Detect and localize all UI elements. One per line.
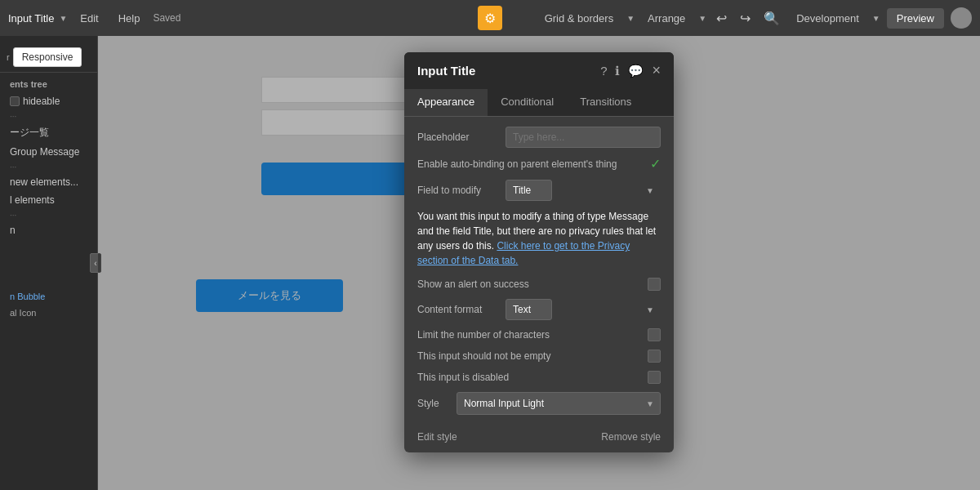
tab-transitions[interactable]: Transitions (567, 89, 644, 116)
auto-binding-check[interactable]: ✓ (650, 156, 661, 172)
top-bar-left: Input Title ▼ (8, 12, 67, 24)
sidebar-element-n[interactable]: n (0, 221, 97, 239)
placeholder-input[interactable] (506, 127, 661, 148)
field-to-modify-select[interactable]: Title (506, 180, 552, 201)
warning-link[interactable]: Click here to get to the Privacy section… (417, 240, 630, 266)
input-title-label: Input Title (8, 12, 54, 24)
modal-header-icons: ? ℹ 💬 × (600, 62, 661, 79)
sidebar-page-list[interactable]: ージ一覧 (0, 122, 97, 143)
sidebar-dots-3: ··· (0, 209, 97, 221)
auto-binding-label: Enable auto-binding on parent element's … (417, 158, 644, 170)
modal-title: Input Title (417, 64, 475, 78)
sidebar-dots-1: ··· (0, 110, 97, 122)
sidebar-hideable[interactable]: hideable (0, 92, 97, 110)
modal-header: Input Title ? ℹ 💬 × (404, 52, 674, 89)
redo-button[interactable]: ↪ (737, 7, 754, 29)
puzzle-icon[interactable]: ⚙ (478, 6, 502, 30)
content-format-row: Content format Text ▼ (417, 299, 661, 320)
limit-chars-checkbox[interactable] (648, 328, 661, 341)
modal-info-icon[interactable]: ℹ (615, 64, 620, 78)
modal-footer: Edit style Remove style (404, 425, 674, 452)
not-empty-row: This input should not be empty (417, 350, 661, 363)
element-n-label: n (10, 225, 16, 236)
sidebar-al-icon[interactable]: al Icon (0, 305, 97, 321)
placeholder-label: Placeholder (417, 131, 499, 143)
field-to-modify-wrapper: Title ▼ (506, 180, 661, 201)
content-format-select[interactable]: Text (506, 299, 552, 320)
arrange-button[interactable]: Arrange (641, 9, 692, 28)
not-empty-checkbox[interactable] (648, 350, 661, 363)
edit-button[interactable]: Edit (74, 9, 105, 28)
sidebar-dots-2: ··· (0, 161, 97, 173)
show-alert-checkbox[interactable] (648, 278, 661, 291)
field-select-arrow: ▼ (646, 186, 654, 195)
top-bar: Input Title ▼ Edit Help Saved ⚙ Grid & b… (0, 0, 980, 36)
modal-dialog: Input Title ? ℹ 💬 × Appearance Condition… (404, 52, 674, 452)
sidebar-group-message[interactable]: Group Message (0, 143, 97, 161)
content-select-arrow: ▼ (646, 305, 654, 314)
dev-dropdown-arrow[interactable]: ▼ (872, 14, 880, 23)
tab-conditional[interactable]: Conditional (488, 89, 567, 116)
style-select[interactable]: Normal Input Light (457, 392, 661, 415)
sidebar-r-label: r (7, 52, 10, 62)
title-dropdown-arrow[interactable]: ▼ (59, 14, 67, 23)
sidebar-l-elements[interactable]: l elements (0, 191, 97, 209)
hideable-label: hideable (23, 96, 60, 107)
disabled-checkbox[interactable] (648, 371, 661, 384)
disabled-row: This input is disabled (417, 371, 661, 384)
main-area: r Responsive ents tree hideable ··· ージ一覧… (0, 36, 980, 490)
page-list-label: ージ一覧 (10, 126, 49, 140)
elements-tree-label: ents tree (0, 73, 97, 92)
grid-borders-button[interactable]: Grid & borders (538, 9, 621, 28)
canvas-area[interactable]: メールを見る メールを見る Input Title ? ℹ 💬 × (98, 36, 980, 490)
edit-style-link[interactable]: Edit style (417, 431, 457, 443)
show-alert-row: Show an alert on success (417, 278, 661, 291)
tab-appearance[interactable]: Appearance (404, 89, 488, 116)
remove-style-link[interactable]: Remove style (601, 431, 661, 443)
style-label: Style (417, 398, 450, 409)
new-elements-label: new elements... (10, 176, 78, 188)
sidebar: r Responsive ents tree hideable ··· ージ一覧… (0, 36, 98, 490)
warning-text: You want this input to modify a thing of… (417, 209, 661, 268)
modal-tabs: Appearance Conditional Transitions (404, 89, 674, 117)
sidebar-new-elements[interactable]: new elements... (0, 173, 97, 191)
modal-close-button[interactable]: × (652, 62, 661, 79)
limit-chars-row: Limit the number of characters (417, 328, 661, 341)
content-format-label: Content format (417, 304, 499, 315)
modal-comment-icon[interactable]: 💬 (628, 64, 644, 78)
undo-button[interactable]: ↩ (713, 7, 730, 29)
arrange-dropdown-arrow[interactable]: ▼ (698, 14, 706, 23)
field-to-modify-row: Field to modify Title ▼ (417, 180, 661, 201)
disabled-label: This input is disabled (417, 372, 641, 383)
development-button[interactable]: Development (790, 9, 866, 28)
not-empty-label: This input should not be empty (417, 350, 641, 362)
top-bar-center: ⚙ (478, 6, 502, 30)
auto-binding-row: Enable auto-binding on parent element's … (417, 156, 661, 172)
content-format-wrapper: Text ▼ (506, 299, 661, 320)
responsive-tab[interactable]: Responsive (13, 47, 82, 67)
user-avatar[interactable] (951, 7, 972, 29)
grid-dropdown-arrow[interactable]: ▼ (626, 14, 635, 23)
preview-button[interactable]: Preview (887, 8, 944, 29)
show-alert-label: Show an alert on success (417, 278, 641, 290)
sidebar-n-bubble[interactable]: n Bubble (0, 288, 97, 305)
placeholder-row: Placeholder (417, 127, 661, 148)
group-message-label: Group Message (10, 146, 79, 158)
saved-label: Saved (153, 12, 180, 24)
modal-overlay: Input Title ? ℹ 💬 × Appearance Condition… (98, 36, 980, 490)
top-bar-right: Grid & borders ▼ Arrange ▼ ↩ ↪ 🔍 Develop… (538, 7, 972, 29)
l-elements-label: l elements (10, 194, 55, 206)
modal-question-icon[interactable]: ? (600, 64, 607, 78)
search-button[interactable]: 🔍 (760, 7, 783, 29)
style-row: Style Normal Input Light ▼ (417, 392, 661, 415)
style-select-wrapper: Normal Input Light ▼ (457, 392, 661, 415)
modal-body: Placeholder Enable auto-binding on paren… (404, 117, 674, 425)
field-to-modify-label: Field to modify (417, 185, 499, 196)
help-button[interactable]: Help (112, 9, 147, 28)
limit-chars-label: Limit the number of characters (417, 329, 641, 341)
hideable-toggle[interactable] (10, 96, 20, 106)
